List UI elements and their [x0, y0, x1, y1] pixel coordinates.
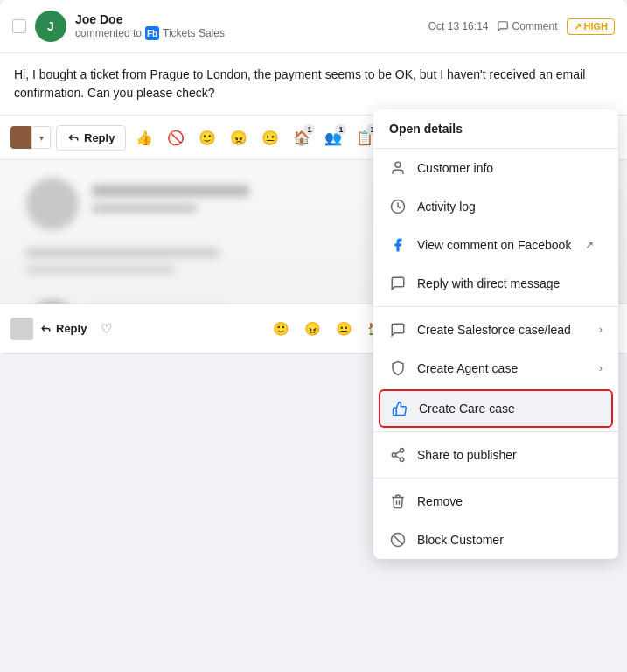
user-sub: commented to Fb Tickets Sales — [75, 26, 420, 40]
message-text: Hi, I bought a ticket from Prague to Lon… — [14, 67, 585, 100]
divider-3 — [373, 478, 618, 479]
svg-line-5 — [395, 456, 400, 458]
action-2-button[interactable]: 👥 1 — [320, 124, 346, 150]
action-1-button[interactable]: 🏠 1 — [289, 124, 315, 150]
customer-info-label: Customer info — [417, 161, 493, 175]
comment-label: Comment — [497, 20, 557, 32]
channel-name: Tickets Sales — [163, 27, 225, 39]
toolbar-avatar — [10, 126, 33, 149]
reply-button[interactable]: Reply — [56, 125, 126, 150]
bottom-emoji-button[interactable]: 🙂 — [269, 317, 294, 341]
svg-line-6 — [395, 452, 400, 454]
dropdown-item-customer-info[interactable]: Customer info — [373, 149, 618, 187]
priority-badge: ↗ HIGH — [567, 18, 616, 35]
bottom-avatar — [10, 318, 33, 340]
divider-1 — [373, 306, 618, 307]
dropdown-item-salesforce[interactable]: Create Salesforce case/lead › — [373, 311, 618, 349]
dropdown-menu: Open details Customer info Activity log — [373, 109, 618, 559]
dropdown-item-agent-case[interactable]: Create Agent case › — [373, 349, 618, 388]
hide-button[interactable]: 🚫 — [163, 124, 189, 150]
badge-1: 1 — [303, 124, 315, 135]
bottom-reply-icon — [40, 323, 52, 334]
avatar-dropdown-btn[interactable]: ▾ — [31, 126, 51, 149]
agent-case-label: Create Agent case — [417, 361, 518, 375]
dropdown-item-remove[interactable]: Remove — [373, 482, 618, 521]
dropdown-item-activity-log[interactable]: Activity log — [373, 187, 618, 226]
bottom-heart-button[interactable]: ♡ — [94, 317, 118, 341]
shield-icon — [389, 360, 407, 377]
priority-icon: ↗ — [574, 21, 582, 32]
thumbs-up-button[interactable]: 👍 — [131, 124, 157, 150]
message-body: Hi, I bought a ticket from Prague to Lon… — [0, 53, 627, 116]
bottom-reply-button[interactable]: Reply — [40, 322, 87, 335]
emoji-neutral-button[interactable]: 😐 — [257, 124, 283, 150]
emoji-angry-button[interactable]: 😠 — [226, 124, 252, 150]
svg-point-2 — [400, 449, 404, 453]
bottom-angry-button[interactable]: 😠 — [301, 317, 325, 341]
external-link-icon: ↗ — [585, 239, 594, 251]
share-icon — [389, 446, 407, 464]
view-facebook-label: View comment on Facebook — [417, 238, 571, 252]
user-action-text: commented to — [75, 27, 142, 39]
block-label: Block Customer — [417, 533, 504, 547]
care-case-label: Create Care case — [419, 402, 515, 416]
main-card: J Joe Doe commented to Fb Tickets Sales … — [0, 0, 627, 353]
share-label: Share to publisher — [417, 448, 517, 462]
dropdown-item-block[interactable]: Block Customer — [373, 521, 618, 559]
dropdown-item-reply-dm[interactable]: Reply with direct message — [373, 264, 618, 303]
dropdown-item-view-facebook[interactable]: View comment on Facebook ↗ — [373, 226, 618, 264]
svg-point-3 — [392, 453, 396, 458]
header-row: J Joe Doe commented to Fb Tickets Sales … — [0, 0, 627, 53]
activity-log-label: Activity log — [417, 200, 476, 214]
avatar: J — [35, 10, 66, 42]
salesforce-label: Create Salesforce case/lead — [417, 323, 571, 337]
emoji-happy-button[interactable]: 🙂 — [194, 124, 220, 150]
timestamp: Oct 13 16:14 — [428, 20, 489, 32]
chevron-right-icon: › — [599, 324, 603, 336]
comment-icon — [497, 20, 509, 32]
dropdown-header[interactable]: Open details — [373, 109, 618, 149]
svg-point-4 — [400, 458, 404, 462]
reply-icon — [67, 131, 80, 144]
select-checkbox[interactable] — [12, 19, 26, 33]
header-meta: Oct 13 16:14 Comment ↗ HIGH — [428, 18, 615, 35]
block-icon — [389, 531, 407, 549]
divider-2 — [373, 431, 618, 432]
trash-icon — [389, 493, 407, 510]
facebook-icon — [389, 236, 407, 254]
badge-2: 1 — [335, 124, 346, 135]
svg-line-8 — [394, 536, 403, 545]
user-info: Joe Doe commented to Fb Tickets Sales — [75, 12, 420, 40]
svg-point-0 — [395, 162, 401, 167]
reply-dm-icon — [389, 275, 407, 292]
user-name: Joe Doe — [75, 12, 420, 26]
reply-dm-label: Reply with direct message — [417, 276, 560, 290]
remove-label: Remove — [417, 494, 463, 508]
dropdown-item-share[interactable]: Share to publisher — [373, 436, 618, 474]
dropdown-item-care-case[interactable]: Create Care case — [379, 389, 613, 428]
platform-badge: Fb — [145, 26, 159, 40]
clock-icon — [389, 198, 407, 215]
salesforce-icon — [389, 321, 407, 339]
care-icon — [391, 400, 408, 417]
person-icon — [389, 159, 407, 177]
chevron-right-2-icon: › — [599, 362, 603, 374]
bottom-neutral-button[interactable]: 😐 — [332, 317, 357, 341]
